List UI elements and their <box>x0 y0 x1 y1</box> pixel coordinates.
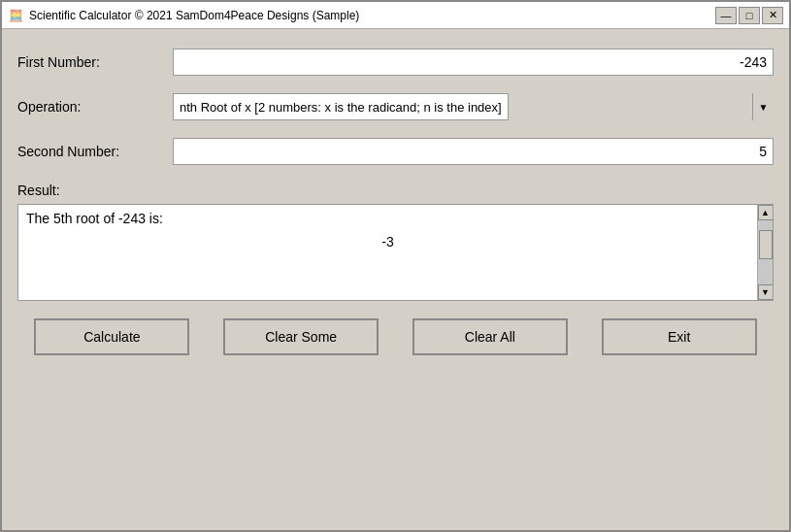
scroll-up-button[interactable]: ▲ <box>758 205 774 220</box>
main-window: 🧮 Scientific Calculator © 2021 SamDom4Pe… <box>0 0 791 532</box>
title-bar: 🧮 Scientific Calculator © 2021 SamDom4Pe… <box>2 2 789 29</box>
calculate-button[interactable]: Calculate <box>34 318 189 355</box>
result-line1: The 5th root of -243 is: <box>26 211 749 226</box>
result-value: -3 <box>26 234 749 249</box>
minimize-button[interactable]: — <box>715 7 737 24</box>
first-number-label: First Number: <box>17 54 173 70</box>
clear-some-button[interactable]: Clear Some <box>223 318 379 355</box>
exit-button[interactable]: Exit <box>602 318 757 355</box>
operation-row: Operation: nth Root of x [2 numbers: x i… <box>17 93 774 120</box>
button-row: Calculate Clear Some Clear All Exit <box>17 318 774 355</box>
second-number-row: Second Number: <box>17 138 774 165</box>
title-bar-left: 🧮 Scientific Calculator © 2021 SamDom4Pe… <box>8 8 359 23</box>
operation-select-wrapper: nth Root of x [2 numbers: x is the radic… <box>173 93 774 120</box>
clear-all-button[interactable]: Clear All <box>412 318 568 355</box>
second-number-input[interactable] <box>173 138 774 165</box>
result-label: Result: <box>17 183 774 198</box>
scroll-track <box>758 220 774 284</box>
first-number-input[interactable] <box>173 49 774 76</box>
scrollbar[interactable]: ▲ ▼ <box>757 205 773 300</box>
content-area: First Number: Operation: nth Root of x [… <box>2 29 789 530</box>
operation-label: Operation: <box>17 99 173 115</box>
maximize-button[interactable]: □ <box>739 7 760 24</box>
close-button[interactable]: ✕ <box>762 7 783 24</box>
dropdown-arrow-icon: ▼ <box>752 93 774 120</box>
result-box: The 5th root of -243 is: -3 ▲ ▼ <box>17 204 774 301</box>
result-section: Result: The 5th root of -243 is: -3 ▲ ▼ <box>17 183 774 301</box>
second-number-label: Second Number: <box>17 144 173 159</box>
app-icon: 🧮 <box>8 8 23 23</box>
scroll-down-button[interactable]: ▼ <box>758 284 774 300</box>
result-inner: The 5th root of -243 is: -3 <box>26 211 749 249</box>
scroll-thumb[interactable] <box>759 230 773 259</box>
window-title: Scientific Calculator © 2021 SamDom4Peac… <box>29 9 359 22</box>
operation-select[interactable]: nth Root of x [2 numbers: x is the radic… <box>173 93 509 120</box>
window-controls: — □ ✕ <box>715 7 783 24</box>
first-number-row: First Number: <box>17 49 774 76</box>
